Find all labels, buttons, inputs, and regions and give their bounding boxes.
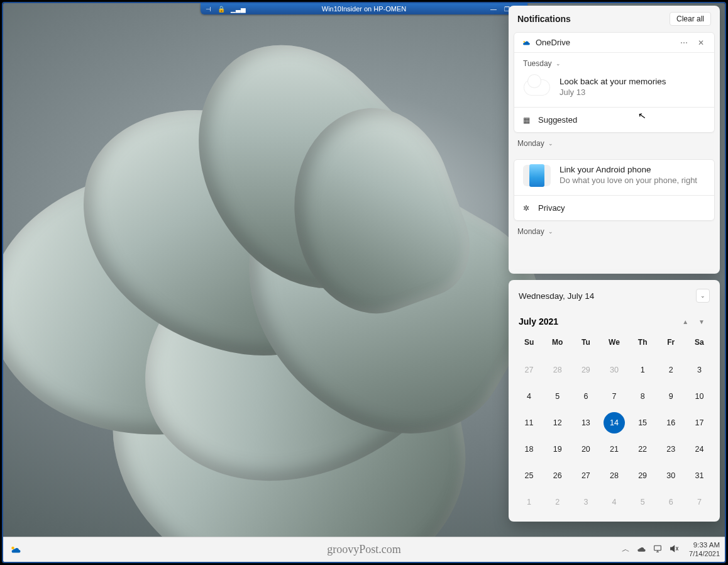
calendar-month-label[interactable]: July 2021 — [519, 316, 677, 327]
calendar-panel: Wednesday, July 14 ⌄ July 2021 ▲ ▼ SuMoT… — [509, 280, 720, 522]
network-tray-icon[interactable] — [653, 544, 663, 556]
calendar-day[interactable]: 30 — [657, 465, 685, 486]
calendar-day[interactable]: 24 — [685, 439, 714, 460]
day-group-label: Monday — [517, 139, 544, 148]
notification-card-onedrive: OneDrive ⋯ ✕ Tuesday ⌄ Look back at your… — [514, 32, 715, 133]
calendar-day[interactable]: 30 — [600, 359, 628, 381]
onedrive-tray-icon[interactable] — [636, 544, 646, 556]
day-group-label: Tuesday — [523, 59, 552, 68]
calendar-day[interactable]: 27 — [571, 465, 600, 486]
calendar-day[interactable]: 5 — [629, 491, 657, 513]
taskbar: groovyPost.com ︿ 9:33 AM 7/14/2021 — [3, 537, 725, 562]
suggested-label: Suggested — [538, 115, 577, 125]
notification-card-yourphone: Link your Android phone Do what you love… — [514, 159, 715, 221]
calendar-day[interactable]: 1 — [629, 359, 657, 381]
calendar-day[interactable]: 13 — [571, 412, 600, 434]
calendar-full-date: Wednesday, July 14 — [519, 291, 594, 301]
chevron-down-icon: ⌄ — [548, 140, 553, 147]
calendar-day[interactable]: 2 — [543, 491, 571, 513]
calendar-day[interactable]: 23 — [657, 439, 685, 460]
day-group-label: Monday — [517, 227, 544, 236]
suggested-section[interactable]: ▦ Suggested — [514, 107, 714, 132]
suggested-icon: ▦ — [523, 116, 532, 125]
notification-subtitle: July 13 — [560, 87, 666, 97]
notification-day-group[interactable]: Monday ⌄ — [509, 221, 720, 242]
cloud-icon — [523, 77, 551, 98]
calendar-day[interactable]: 8 — [629, 386, 657, 407]
minimize-icon[interactable]: — — [490, 6, 497, 13]
gear-icon: ✲ — [523, 204, 532, 213]
calendar-day[interactable]: 6 — [657, 491, 685, 513]
privacy-label: Privacy — [538, 203, 565, 213]
privacy-section[interactable]: ✲ Privacy — [514, 195, 714, 220]
pin-icon[interactable]: ⊣ — [204, 6, 212, 13]
calendar-day[interactable]: 14 — [604, 412, 625, 434]
notification-item[interactable]: Link your Android phone Do what you love… — [514, 160, 714, 195]
notification-day-group[interactable]: Monday ⌄ — [509, 133, 720, 154]
calendar-day[interactable]: 18 — [515, 439, 543, 460]
calendar-day[interactable]: 9 — [657, 386, 685, 407]
signal-icon: ▁▃▅ — [231, 6, 238, 13]
calendar-day[interactable]: 5 — [543, 386, 571, 407]
calendar-day[interactable]: 26 — [543, 465, 571, 486]
watermark-text: groovyPost.com — [327, 543, 401, 556]
calendar-day[interactable]: 28 — [600, 465, 628, 486]
remote-connection-bar: ⊣ 🔒 ▁▃▅ Win10Insider on HP-OMEN — ❐ ✕ — [201, 3, 527, 14]
calendar-dow: We — [600, 333, 628, 354]
remote-title: Win10Insider on HP-OMEN — [238, 5, 490, 13]
notification-day-group[interactable]: Tuesday ⌄ — [514, 53, 714, 72]
clock-time: 9:33 AM — [689, 541, 720, 550]
calendar-day[interactable]: 2 — [657, 359, 685, 381]
calendar-day[interactable]: 3 — [571, 491, 600, 513]
notification-title: Look back at your memories — [560, 77, 666, 86]
calendar-day[interactable]: 29 — [571, 359, 600, 381]
notifications-panel: Notifications Clear all OneDrive ⋯ ✕ Tue… — [509, 6, 720, 274]
system-tray: ︿ 9:33 AM 7/14/2021 — [622, 541, 720, 558]
phone-icon — [523, 165, 551, 186]
calendar-day[interactable]: 31 — [685, 465, 714, 486]
volume-tray-icon[interactable] — [669, 544, 679, 556]
chevron-down-icon: ⌄ — [556, 60, 561, 67]
calendar-day[interactable]: 21 — [600, 439, 628, 460]
lock-icon[interactable]: 🔒 — [218, 6, 225, 13]
calendar-day[interactable]: 15 — [629, 412, 657, 434]
calendar-day[interactable]: 4 — [600, 491, 628, 513]
dismiss-notification-icon[interactable]: ✕ — [695, 38, 707, 47]
calendar-day[interactable]: 11 — [515, 412, 543, 434]
calendar-day[interactable]: 29 — [629, 465, 657, 486]
calendar-day[interactable]: 17 — [685, 412, 714, 434]
calendar-day[interactable]: 7 — [600, 386, 628, 407]
tray-overflow-icon[interactable]: ︿ — [622, 544, 630, 555]
calendar-grid: SuMoTuWeThFrSa27282930123456789101112131… — [509, 333, 720, 522]
prev-month-button[interactable]: ▲ — [677, 318, 693, 325]
notification-item[interactable]: Look back at your memories July 13 — [514, 72, 714, 107]
calendar-day[interactable]: 4 — [515, 386, 543, 407]
notification-title: Link your Android phone — [560, 165, 697, 174]
taskbar-clock[interactable]: 9:33 AM 7/14/2021 — [685, 541, 720, 558]
calendar-day[interactable]: 12 — [543, 412, 571, 434]
calendar-dow: Sa — [685, 333, 714, 354]
calendar-day[interactable]: 28 — [543, 359, 571, 381]
taskbar-app-icon[interactable] — [8, 542, 23, 557]
calendar-dow: Su — [515, 333, 543, 354]
calendar-day[interactable]: 27 — [515, 359, 543, 381]
onedrive-icon — [522, 38, 531, 47]
clear-all-button[interactable]: Clear all — [670, 12, 711, 26]
clock-date: 7/14/2021 — [689, 550, 720, 558]
calendar-day[interactable]: 22 — [629, 439, 657, 460]
notification-app-name: OneDrive — [536, 38, 673, 47]
calendar-day[interactable]: 1 — [515, 491, 543, 513]
calendar-day[interactable]: 25 — [515, 465, 543, 486]
collapse-calendar-button[interactable]: ⌄ — [696, 289, 710, 303]
notifications-title: Notifications — [517, 14, 571, 24]
calendar-day[interactable]: 19 — [543, 439, 571, 460]
calendar-day[interactable]: 10 — [685, 386, 714, 407]
more-icon[interactable]: ⋯ — [678, 38, 690, 47]
notification-subtitle: Do what you love on your phone, right — [560, 176, 697, 185]
next-month-button[interactable]: ▼ — [693, 318, 710, 325]
calendar-day[interactable]: 20 — [571, 439, 600, 460]
calendar-day[interactable]: 7 — [685, 491, 714, 513]
calendar-day[interactable]: 3 — [685, 359, 714, 381]
calendar-day[interactable]: 6 — [571, 386, 600, 407]
calendar-day[interactable]: 16 — [657, 412, 685, 434]
